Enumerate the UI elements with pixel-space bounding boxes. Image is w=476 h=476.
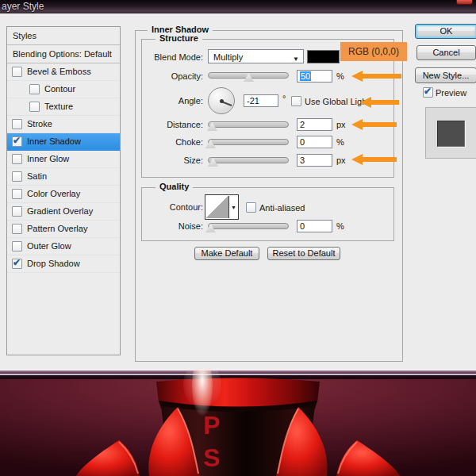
style-item-label: Outer Glow — [27, 241, 71, 251]
style-item-inner-shadow[interactable]: ✔ Inner Shadow — [7, 133, 120, 151]
ok-button[interactable]: OK — [415, 24, 476, 39]
size-label: Size: — [130, 155, 203, 165]
opacity-label: Opacity: — [130, 71, 203, 81]
contour-label: Contour: — [130, 202, 203, 212]
checkbox[interactable]: ✔ — [29, 102, 40, 112]
new-style-button[interactable]: New Style... — [415, 67, 476, 83]
style-item-color-overlay[interactable]: ✔ Color Overlay — [7, 186, 120, 203]
blend-mode-value: Multiply — [213, 51, 243, 63]
style-item-label: Inner Glow — [27, 154, 69, 163]
annotation-arrow-distance — [351, 118, 397, 131]
annotation-arrow-global-light — [360, 96, 399, 109]
checkbox[interactable]: ✔ — [12, 67, 22, 77]
angle-label: Angle: — [130, 96, 203, 106]
style-item-gradient-overlay[interactable]: ✔ Gradient Overlay — [7, 203, 120, 221]
style-item-pattern-overlay[interactable]: ✔ Pattern Overlay — [7, 221, 120, 238]
style-item-label: Gradient Overlay — [27, 206, 93, 216]
check-icon: ✔ — [13, 257, 21, 268]
noise-input[interactable]: 0 — [297, 220, 332, 232]
cancel-button[interactable]: Cancel — [416, 45, 476, 60]
noise-slider[interactable] — [208, 223, 289, 229]
checkbox[interactable]: ✔ — [12, 206, 22, 217]
style-item-drop-shadow[interactable]: ✔ Drop Shadow — [7, 255, 120, 273]
choke-input[interactable]: 0 — [297, 136, 332, 148]
choke-slider[interactable] — [208, 139, 289, 145]
styles-panel: Styles Blending Options: Default ✔ Bevel… — [6, 26, 121, 355]
annotation-arrow-size — [351, 153, 397, 166]
choke-value: 0 — [300, 137, 305, 147]
noise-label: Noise: — [130, 221, 203, 231]
checkbox[interactable]: ✔ — [12, 241, 22, 251]
shadow-color-swatch[interactable] — [307, 50, 340, 63]
style-item-inner-glow[interactable]: ✔ Inner Glow — [7, 151, 120, 168]
preview-checkbox[interactable]: ✔ — [423, 87, 433, 98]
window-title: ayer Style — [2, 1, 44, 12]
styles-panel-header[interactable]: Styles — [7, 27, 120, 45]
style-item-satin[interactable]: ✔ Satin — [7, 168, 120, 186]
blend-mode-select[interactable]: Multiply ▼ — [208, 49, 304, 63]
anti-aliased-checkbox[interactable]: ✔ — [246, 202, 256, 213]
angle-unit: ° — [282, 94, 286, 103]
angle-value: -21 — [247, 96, 259, 106]
annotation-arrow-opacity — [351, 70, 401, 83]
choke-unit: % — [336, 137, 344, 147]
size-slider[interactable] — [208, 157, 289, 163]
checkbox[interactable]: ✔ — [12, 154, 22, 164]
style-item-label: Satin — [27, 171, 47, 181]
angle-dial[interactable] — [208, 87, 235, 114]
distance-unit: px — [336, 120, 346, 129]
checkbox[interactable]: ✔ — [12, 224, 22, 234]
contour-thumbnail — [206, 196, 229, 218]
size-input[interactable]: 3 — [297, 154, 332, 167]
can-letter-p: P — [203, 411, 220, 440]
screenshot-root: ayer Style Styles Blending Options: Defa… — [0, 0, 476, 476]
style-item-stroke[interactable]: ✔ Stroke — [7, 116, 120, 133]
window-titlebar[interactable]: ayer Style — [0, 0, 476, 13]
style-item-contour[interactable]: ✔ Contour — [7, 81, 120, 98]
can-letter-s: S — [203, 443, 220, 472]
style-preview-square — [437, 121, 465, 147]
distance-slider[interactable] — [208, 121, 289, 128]
contour-picker[interactable]: ▼ — [205, 194, 239, 220]
use-global-light-checkbox[interactable]: ✔ — [291, 96, 301, 106]
rgb-annotation-badge: RGB (0,0,0) — [340, 42, 407, 61]
checkbox[interactable]: ✔ — [12, 119, 22, 129]
structure-title: Structure — [155, 33, 202, 43]
checkbox[interactable]: ✔ — [12, 189, 22, 199]
close-icon[interactable] — [456, 0, 473, 5]
checkbox[interactable]: ✔ — [12, 259, 22, 269]
quality-groupbox — [141, 187, 394, 241]
style-item-outer-glow[interactable]: ✔ Outer Glow — [7, 238, 120, 255]
chevron-down-icon: ▼ — [293, 53, 299, 66]
opacity-input[interactable]: 50 — [297, 70, 332, 83]
angle-input[interactable]: -21 — [244, 94, 278, 107]
make-default-button[interactable]: Make Default — [194, 247, 259, 260]
style-item-label: Stroke — [27, 119, 52, 129]
size-unit: px — [336, 155, 346, 165]
choke-label: Choke: — [130, 137, 203, 147]
preview-label: Preview — [436, 88, 466, 98]
noise-unit: % — [336, 221, 344, 231]
style-item-label: Drop Shadow — [27, 259, 80, 268]
reset-to-default-button[interactable]: Reset to Default — [267, 247, 340, 260]
check-icon: ✔ — [13, 135, 21, 146]
style-item-label: Texture — [44, 102, 73, 111]
quality-title: Quality — [155, 182, 193, 191]
style-item-label: Bevel & Emboss — [27, 67, 91, 76]
distance-value: 2 — [300, 120, 305, 129]
distance-input[interactable]: 2 — [297, 118, 332, 131]
checkbox[interactable]: ✔ — [29, 84, 40, 94]
checkbox[interactable]: ✔ — [12, 171, 22, 182]
chevron-down-icon: ▼ — [231, 205, 236, 210]
angle-center-dot — [220, 99, 224, 103]
style-item-bevel-emboss[interactable]: ✔ Bevel & Emboss — [7, 63, 120, 81]
style-item-label: Inner Shadow — [27, 136, 81, 146]
canvas-artwork: P S — [0, 369, 476, 476]
style-item-texture[interactable]: ✔ Texture — [7, 98, 120, 116]
checkbox[interactable]: ✔ — [12, 136, 22, 147]
blending-options-item[interactable]: Blending Options: Default — [7, 45, 120, 63]
distance-label: Distance: — [130, 120, 203, 129]
blend-mode-label: Blend Mode: — [130, 52, 203, 62]
style-item-label: Contour — [44, 84, 75, 94]
check-icon: ✔ — [424, 86, 432, 97]
